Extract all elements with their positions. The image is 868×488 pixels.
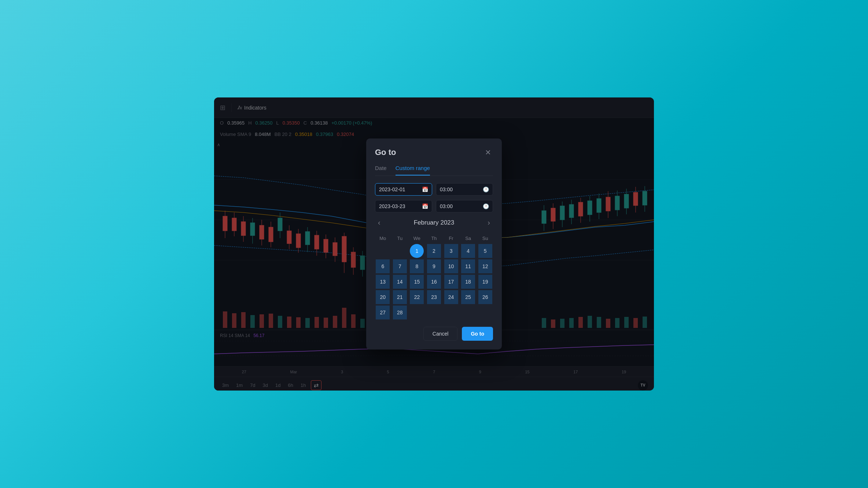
cal-day-20[interactable]: 20 (376, 290, 390, 304)
start-time-input-wrap[interactable]: 🕐 (436, 183, 493, 196)
cal-empty-5 (444, 306, 458, 319)
end-time-input-wrap[interactable]: 🕐 (436, 200, 493, 212)
chart-window: ⊞ 𝐽𝑥 Indicators O 0.35965 H 0.36250 L 0.… (214, 97, 654, 391)
end-date-input[interactable] (379, 203, 419, 209)
cal-day-11[interactable]: 11 (461, 259, 475, 273)
clock-icon-start[interactable]: 🕐 (483, 186, 489, 192)
cal-day-1[interactable]: 1 (410, 244, 424, 258)
dow-we: We (409, 234, 425, 243)
cal-day-12[interactable]: 12 (478, 259, 492, 273)
cal-day-22[interactable]: 22 (410, 290, 424, 304)
cal-day-16[interactable]: 16 (427, 275, 441, 289)
start-time-input[interactable] (440, 186, 480, 192)
cal-day-10[interactable]: 10 (444, 259, 458, 273)
modal-tabs: Date Custom range (375, 165, 493, 176)
modal-footer: Cancel Go to (375, 327, 493, 341)
modal-overlay: Go to ✕ Date Custom range 📅 (214, 97, 654, 391)
calendar-icon-end[interactable]: 📅 (422, 203, 428, 209)
next-month-button[interactable]: › (485, 217, 493, 228)
goto-button[interactable]: Go to (462, 327, 493, 341)
cal-day-18[interactable]: 18 (461, 275, 475, 289)
dow-tu: Tu (392, 234, 408, 243)
end-time-input[interactable] (440, 203, 480, 209)
cal-day-15[interactable]: 15 (410, 275, 424, 289)
cancel-button[interactable]: Cancel (423, 327, 458, 341)
cal-day-21[interactable]: 21 (393, 290, 407, 304)
cal-day-27[interactable]: 27 (376, 306, 390, 319)
cal-empty-7 (478, 306, 492, 319)
cal-empty-2 (393, 244, 407, 258)
end-date-input-wrap[interactable]: 📅 (375, 200, 432, 212)
modal-header: Go to ✕ (375, 147, 493, 158)
goto-modal: Go to ✕ Date Custom range 📅 (366, 138, 502, 350)
cal-day-23[interactable]: 23 (427, 290, 441, 304)
cal-day-9[interactable]: 9 (427, 259, 441, 273)
tab-date[interactable]: Date (375, 165, 387, 175)
cal-day-6[interactable]: 6 (376, 259, 390, 273)
cal-day-8[interactable]: 8 (410, 259, 424, 273)
cal-empty-3 (410, 306, 424, 319)
cal-day-24[interactable]: 24 (444, 290, 458, 304)
cal-day-17[interactable]: 17 (444, 275, 458, 289)
calendar: ‹ February 2023 › Mo Tu We Th Fr Sa Su (375, 217, 493, 319)
start-date-row: 📅 🕐 (375, 183, 493, 196)
dow-th: Th (426, 234, 442, 243)
clock-icon-end[interactable]: 🕐 (483, 203, 489, 209)
cal-day-14[interactable]: 14 (393, 275, 407, 289)
end-date-row: 📅 🕐 (375, 200, 493, 212)
dow-sa: Sa (460, 234, 476, 243)
calendar-month: February 2023 (414, 219, 455, 226)
cal-empty-1 (376, 244, 390, 258)
dow-mo: Mo (375, 234, 391, 243)
cal-day-26[interactable]: 26 (478, 290, 492, 304)
calendar-icon-start[interactable]: 📅 (422, 186, 428, 192)
cal-day-13[interactable]: 13 (376, 275, 390, 289)
cal-day-19[interactable]: 19 (478, 275, 492, 289)
tab-custom-range[interactable]: Custom range (396, 165, 430, 175)
calendar-header: ‹ February 2023 › (375, 217, 493, 228)
close-button[interactable]: ✕ (483, 147, 493, 158)
cal-day-2[interactable]: 2 (427, 244, 441, 258)
start-date-input-wrap[interactable]: 📅 (375, 183, 432, 196)
cal-empty-4 (427, 306, 441, 319)
prev-month-button[interactable]: ‹ (375, 217, 383, 228)
cal-empty-6 (461, 306, 475, 319)
cal-day-4[interactable]: 4 (461, 244, 475, 258)
cal-day-5[interactable]: 5 (478, 244, 492, 258)
cal-day-7[interactable]: 7 (393, 259, 407, 273)
cal-day-25[interactable]: 25 (461, 290, 475, 304)
start-date-input[interactable] (379, 186, 419, 192)
calendar-grid: Mo Tu We Th Fr Sa Su 1 2 3 4 5 6 (375, 234, 493, 319)
dow-su: Su (477, 234, 493, 243)
cal-day-28[interactable]: 28 (393, 306, 407, 319)
cal-day-3[interactable]: 3 (444, 244, 458, 258)
modal-title: Go to (375, 148, 396, 157)
dow-fr: Fr (443, 234, 459, 243)
